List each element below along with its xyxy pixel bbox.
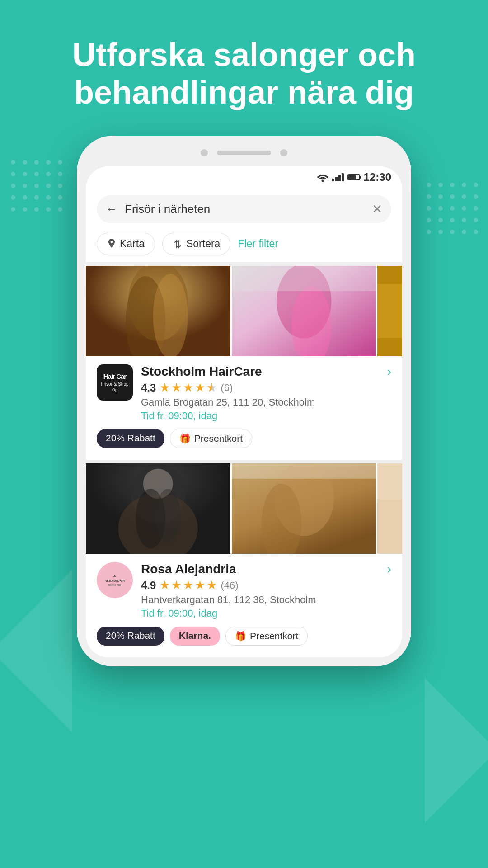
star-4: ★	[195, 381, 205, 395]
salon-info-2: & ALEJANDRIA HAIR & ART Rosa Alejandria …	[86, 554, 402, 654]
wifi-icon	[317, 173, 328, 182]
tag-gift-label-2: Presentkort	[250, 631, 298, 642]
salon-address-1: Gamla Brogatan 25, 111 20, Stockholm	[141, 396, 391, 408]
salon-image-2b	[232, 463, 376, 554]
tag-rabatt-1: 20% Rabatt	[97, 429, 164, 448]
section-divider-2	[86, 460, 402, 463]
section-divider	[86, 262, 402, 266]
phone-screen: 12:30 ← Frisör i närheten ✕ Karta	[86, 166, 402, 657]
salon-card-1[interactable]: Hair Car Frisör & Shop Op Stockholm Hair…	[86, 266, 402, 456]
tag-rabatt-2: 20% Rabatt	[97, 627, 164, 646]
phone-mockup: 12:30 ← Frisör i närheten ✕ Karta	[77, 136, 411, 666]
filter-row: Karta Sortera Fler filter	[86, 228, 402, 262]
salon-images-2	[86, 463, 402, 554]
rating-count-2: (46)	[221, 580, 238, 591]
close-search-button[interactable]: ✕	[372, 202, 382, 217]
salon-card-2[interactable]: & ALEJANDRIA HAIR & ART Rosa Alejandria …	[86, 463, 402, 654]
salon-image-2a	[86, 463, 230, 554]
rating-row-1: 4.3 ★ ★ ★ ★ ★ ★	[141, 381, 391, 395]
star-half-1: ★ ★	[206, 381, 217, 395]
back-button[interactable]: ←	[106, 202, 117, 216]
svg-text:ALEJANDRIA: ALEJANDRIA	[104, 579, 125, 582]
star-1: ★	[160, 381, 170, 395]
rating-count-1: (6)	[221, 382, 233, 394]
headline-text: Utforska salonger och behandlingar nära …	[72, 37, 416, 110]
salon-name-row-2: Rosa Alejandria ›	[141, 562, 391, 576]
salon-name-2: Rosa Alejandria	[141, 562, 236, 576]
svg-rect-10	[377, 284, 402, 338]
triangle-decoration-left	[0, 570, 72, 732]
svg-point-4	[153, 274, 188, 356]
salon-name-row-1: Stockholm HairCare ›	[141, 364, 391, 379]
phone-speaker	[217, 151, 271, 155]
salon-header-2: & ALEJANDRIA HAIR & ART Rosa Alejandria …	[97, 562, 391, 619]
salon-logo-text-1: Hair Car Frisör & Shop Op	[101, 373, 128, 392]
svg-rect-19	[232, 463, 376, 479]
salon-image-2c	[377, 463, 402, 554]
tag-presentkort-2: 🎁 Presentkort	[225, 627, 308, 646]
search-bar[interactable]: ← Frisör i närheten ✕	[97, 195, 391, 223]
tag-gift-label-1: Presentkort	[194, 433, 243, 444]
salon-image-1a	[86, 266, 230, 356]
salon-image-1c	[377, 266, 402, 356]
tags-row-2: 20% Rabatt Klarna. 🎁 Presentkort	[97, 627, 391, 646]
search-input[interactable]: Frisör i närheten	[125, 202, 365, 216]
salon-info-1: Hair Car Frisör & Shop Op Stockholm Hair…	[86, 356, 402, 456]
tag-presentkort-1: 🎁 Presentkort	[170, 429, 252, 448]
salon-chevron-2[interactable]: ›	[387, 562, 391, 576]
salon-images-1	[86, 266, 402, 356]
phone-top-bar	[86, 145, 402, 161]
signal-icon	[332, 173, 344, 181]
star-2: ★	[171, 381, 182, 395]
svg-rect-22	[377, 463, 402, 500]
stars-1: ★ ★ ★ ★ ★ ★	[160, 381, 217, 395]
map-filter-label: Karta	[120, 238, 145, 250]
gift-icon-2: 🎁	[235, 631, 246, 642]
rating-row-2: 4.9 ★ ★ ★ ★ ★ (46)	[141, 578, 391, 592]
tags-row-1: 20% Rabatt 🎁 Presentkort	[97, 429, 391, 448]
salon-details-1: Stockholm HairCare › 4.3 ★ ★ ★ ★	[141, 364, 391, 422]
sort-filter-button[interactable]: Sortera	[162, 233, 230, 255]
rating-score-1: 4.3	[141, 382, 156, 394]
star-2-4: ★	[195, 578, 205, 592]
dot-pattern-right	[425, 181, 479, 271]
more-filters-label: Fler filter	[238, 238, 278, 250]
star-2-5: ★	[206, 578, 217, 592]
stars-2: ★ ★ ★ ★ ★	[160, 578, 217, 592]
phone-camera	[201, 149, 208, 156]
more-filters-button[interactable]: Fler filter	[238, 238, 278, 250]
triangle-decoration-right	[425, 678, 488, 823]
svg-point-0	[321, 180, 324, 182]
svg-rect-8	[232, 266, 376, 291]
tag-klarna-2: Klarna.	[170, 627, 220, 646]
star-2-1: ★	[160, 578, 170, 592]
battery-icon	[347, 174, 360, 180]
salon-name-1: Stockholm HairCare	[141, 364, 262, 379]
status-time: 12:30	[364, 171, 391, 184]
phone-camera-right	[280, 149, 287, 156]
svg-text:HAIR & ART: HAIR & ART	[108, 584, 122, 586]
salon-address-2: Hantverkargatan 81, 112 38, Stockholm	[141, 594, 391, 606]
star-3: ★	[183, 381, 193, 395]
phone-body: 12:30 ← Frisör i närheten ✕ Karta	[77, 136, 411, 666]
page-headline: Utforska salonger och behandlingar nära …	[0, 36, 488, 111]
salon-header-1: Hair Car Frisör & Shop Op Stockholm Hair…	[97, 364, 391, 422]
status-bar: 12:30	[86, 166, 402, 188]
map-filter-button[interactable]: Karta	[97, 233, 155, 255]
svg-point-16	[155, 489, 180, 543]
search-bar-container: ← Frisör i närheten ✕	[86, 188, 402, 228]
rating-score-2: 4.9	[141, 579, 156, 592]
salon-image-1b	[232, 266, 376, 356]
svg-text:&: &	[113, 574, 116, 578]
sort-icon	[173, 239, 183, 249]
location-icon	[107, 239, 116, 250]
salon-chevron-1[interactable]: ›	[387, 364, 391, 379]
dot-pattern-left	[9, 158, 63, 249]
sort-filter-label: Sortera	[186, 238, 220, 250]
star-2-3: ★	[183, 578, 193, 592]
salon-time-2: Tid fr. 09:00, idag	[141, 608, 391, 619]
salon-logo-2: & ALEJANDRIA HAIR & ART	[97, 562, 133, 598]
gift-icon-1: 🎁	[179, 433, 191, 444]
star-2-2: ★	[171, 578, 182, 592]
salon-logo-1: Hair Car Frisör & Shop Op	[97, 364, 133, 401]
